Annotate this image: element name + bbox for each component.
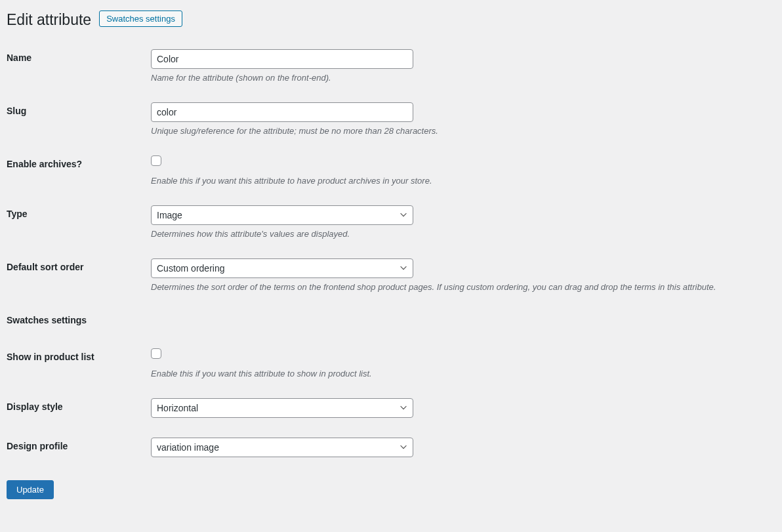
slug-input[interactable] bbox=[151, 102, 413, 122]
sort-order-select[interactable]: Custom ordering bbox=[151, 258, 413, 278]
swatches-section-heading: Swatches settings bbox=[7, 302, 151, 338]
enable-archives-label: Enable archives? bbox=[7, 159, 82, 169]
name-input[interactable] bbox=[151, 49, 413, 69]
page-title: Edit attribute bbox=[7, 5, 91, 31]
design-profile-label: Design profile bbox=[7, 441, 68, 451]
type-description: Determines how this attribute's values a… bbox=[151, 229, 764, 239]
edit-attribute-form: Name Name for the attribute (shown on th… bbox=[7, 39, 770, 467]
sort-order-description: Determines the sort order of the terms o… bbox=[151, 282, 764, 292]
enable-archives-description: Enable this if you want this attribute t… bbox=[151, 176, 764, 186]
display-style-select[interactable]: Horizontal bbox=[151, 398, 413, 418]
enable-archives-checkbox[interactable] bbox=[151, 155, 161, 166]
show-in-list-description: Enable this if you want this attribute t… bbox=[151, 369, 764, 379]
type-label: Type bbox=[7, 209, 28, 219]
show-in-list-checkbox[interactable] bbox=[151, 348, 161, 359]
slug-label: Slug bbox=[7, 106, 26, 116]
name-description: Name for the attribute (shown on the fro… bbox=[151, 73, 764, 83]
sort-order-label: Default sort order bbox=[7, 262, 83, 272]
design-profile-select[interactable]: variation image bbox=[151, 438, 413, 457]
display-style-label: Display style bbox=[7, 401, 63, 412]
swatches-settings-button[interactable]: Swatches settings bbox=[99, 10, 182, 27]
name-label: Name bbox=[7, 52, 31, 63]
slug-description: Unique slug/reference for the attribute;… bbox=[151, 126, 764, 136]
update-button[interactable]: Update bbox=[7, 480, 54, 499]
type-select[interactable]: Image bbox=[151, 205, 413, 225]
show-in-list-label: Show in product list bbox=[7, 352, 94, 362]
